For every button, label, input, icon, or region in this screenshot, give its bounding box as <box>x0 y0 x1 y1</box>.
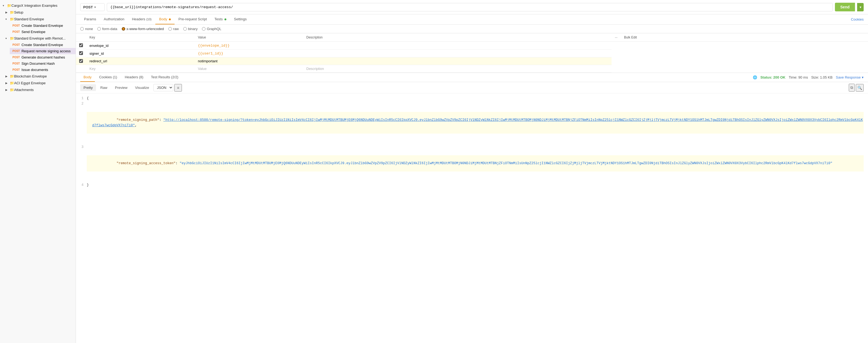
row2-checkbox[interactable] <box>79 51 83 55</box>
std-env-remote-children: POST Create Standard Envelope POST Reque… <box>0 42 75 73</box>
row2-value: {{user1_id}} <box>198 52 223 56</box>
line-content-3: "remote_signing_access_token": "eyJhbGci… <box>87 145 868 182</box>
row2-key-cell[interactable]: signer_id <box>86 50 195 57</box>
row1-desc-cell[interactable] <box>303 42 612 50</box>
response-tab-test-results[interactable]: Test Results (2/2) <box>148 73 182 82</box>
filter-icon-btn[interactable]: ≡ <box>174 84 182 92</box>
tab-authorization[interactable]: Authorization <box>100 14 128 24</box>
sidebar-item-generate-doc-hashes[interactable]: POST Generate document hashes <box>10 54 75 60</box>
response-tab-body[interactable]: Body <box>80 73 95 82</box>
sidebar-item-sign-doc-hash[interactable]: POST Sign Document Hash <box>10 60 75 67</box>
save-response-chevron-icon: ▾ <box>862 75 864 80</box>
row1-checkbox[interactable] <box>79 43 83 47</box>
sidebar-item-create-standard-env[interactable]: POST Create Standard Envelope <box>10 23 75 29</box>
row3-key-cell[interactable]: redirect_url <box>86 57 195 65</box>
empty-check-cell <box>76 65 86 73</box>
code-view-visualize[interactable]: Visualize <box>132 84 152 91</box>
response-tab-cookies[interactable]: Cookies (1) <box>96 73 120 82</box>
root-chevron-icon: ▾ <box>3 4 7 7</box>
issue-documents-label: Issue documents <box>22 68 48 72</box>
line-num-4: 4 <box>76 182 87 188</box>
tab-settings[interactable]: Settings <box>230 14 250 24</box>
tab-tests[interactable]: Tests <box>211 14 230 24</box>
tab-body[interactable]: Body <box>155 14 175 24</box>
response-tab-headers[interactable]: Headers (8) <box>121 73 147 82</box>
aci-chevron-icon: ▶ <box>5 82 10 85</box>
code-line-2: 2 "remote_signing_path": "http://localho… <box>76 101 868 145</box>
sidebar-item-aci-egypt[interactable]: ▶ 📁 ACI Egypt Envelope <box>0 80 75 87</box>
method-post-badge-4: POST <box>12 50 20 53</box>
empty-value-cell[interactable]: Value <box>195 65 303 73</box>
params-table: Key Value Description ··· Bulk Edit <box>76 33 868 73</box>
row1-value-cell[interactable]: {{envelope_id}} <box>195 42 303 50</box>
cookies-link[interactable]: Cookies <box>851 17 864 22</box>
response-area: Body Cookies (1) Headers (8) Test Result… <box>76 73 868 343</box>
status-text: Status: 200 OK <box>761 75 785 80</box>
body-dot-icon <box>169 19 171 20</box>
url-display[interactable]: {{base_url}}integrations/remote-signatur… <box>107 3 833 11</box>
empty-key-cell[interactable]: Key <box>86 65 195 73</box>
std-env-remote-folder-icon: 📁 <box>10 36 14 40</box>
code-view-raw[interactable]: Raw <box>97 84 111 91</box>
code-view-pretty[interactable]: Pretty <box>80 84 96 91</box>
search-button[interactable]: 🔍 <box>856 84 864 92</box>
sidebar-root[interactable]: ▾ 📁 CargoX Integration Examples <box>0 2 75 9</box>
row3-value-cell[interactable]: notimportant <box>195 57 303 65</box>
attachments-label: Attachments <box>14 88 34 92</box>
body-option-graphql[interactable]: GraphQL <box>202 27 221 31</box>
col-header-check <box>76 33 86 42</box>
sidebar-item-standard-envelope[interactable]: ▾ 📁 Standard Envelope <box>0 16 75 23</box>
tab-headers[interactable]: Headers (10) <box>128 14 155 24</box>
std-env-remote-label: Standard Envelope with Remot... <box>14 36 66 40</box>
code-view-preview[interactable]: Preview <box>112 84 131 91</box>
sidebar-item-send-envelope[interactable]: POST Send Envelope <box>10 29 75 35</box>
body-option-binary[interactable]: binary <box>183 27 197 31</box>
send-dropdown-button[interactable]: ▾ <box>857 3 864 11</box>
request-section: POST ▾ {{base_url}}integrations/remote-s… <box>76 0 868 73</box>
send-dropdown-icon: ▾ <box>860 5 862 9</box>
send-button[interactable]: Send <box>835 3 855 11</box>
body-option-urlencoded[interactable]: x-www-form-urlencoded <box>122 27 164 31</box>
request-tabs-bar: Params Authorization Headers (10) Body P… <box>76 14 868 25</box>
row1-key-cell[interactable]: envelope_id <box>86 42 195 50</box>
sidebar-item-attachments[interactable]: ▶ 📁 Attachments <box>0 87 75 93</box>
empty-key-placeholder: Key <box>89 67 95 71</box>
test-results-badge: (2/2) <box>171 75 178 79</box>
code-toolbar: Pretty Raw Preview Visualize JSON ≡ ⧉ 🔍 <box>76 82 868 93</box>
std-env-folder-icon: 📁 <box>10 17 14 21</box>
sidebar-item-setup[interactable]: ▶ 📁 Setup <box>0 9 75 16</box>
row2-desc-cell[interactable] <box>303 50 612 57</box>
blockchain-folder-icon: 📁 <box>10 74 14 78</box>
row3-checkbox[interactable] <box>79 59 83 63</box>
copy-button[interactable]: ⧉ <box>849 84 855 92</box>
format-select[interactable]: JSON <box>153 84 173 91</box>
line-content-2: "remote_signing_path": "http://localhost… <box>87 101 868 145</box>
sidebar-item-issue-documents[interactable]: POST Issue documents <box>10 67 75 73</box>
method-select[interactable]: POST ▾ <box>80 3 105 11</box>
sidebar-item-blockchain-envelope[interactable]: ▶ 📁 Blockchain Envelope <box>0 73 75 80</box>
row3-check-cell <box>76 57 86 65</box>
row1-key: envelope_id <box>89 43 108 48</box>
body-option-raw[interactable]: raw <box>168 27 179 31</box>
blockchain-env-label: Blockchain Envelope <box>14 74 47 78</box>
row2-value-cell[interactable]: {{user1_id}} <box>195 50 303 57</box>
sidebar-item-create-std-env-2[interactable]: POST Create Standard Envelope <box>10 42 75 48</box>
sidebar-item-std-env-remote[interactable]: ▾ 📁 Standard Envelope with Remot... <box>0 35 75 42</box>
sidebar-item-request-remote-signing[interactable]: POST Request remote signing access <box>10 48 75 54</box>
globe-icon: 🌐 <box>753 75 757 80</box>
blockchain-chevron-icon: ▶ <box>5 75 10 78</box>
line-num-2: 2 <box>76 101 87 145</box>
col-header-value: Value <box>195 33 303 42</box>
bulk-edit-btn[interactable]: Bulk Edit <box>621 33 868 42</box>
save-response-btn[interactable]: Save Response ▾ <box>836 75 864 80</box>
row3-desc-cell[interactable] <box>303 57 612 65</box>
tab-params[interactable]: Params <box>80 14 100 24</box>
empty-desc-cell[interactable]: Description <box>303 65 612 73</box>
body-option-form-data[interactable]: form-data <box>97 27 117 31</box>
col-header-desc: Description <box>303 33 612 42</box>
body-option-none[interactable]: none <box>80 27 93 31</box>
line-num-3: 3 <box>76 145 87 182</box>
tab-pre-request[interactable]: Pre-request Script <box>175 14 211 24</box>
url-bar: POST ▾ {{base_url}}integrations/remote-s… <box>76 0 868 14</box>
table-row: signer_id {{user1_id}} <box>76 50 868 57</box>
